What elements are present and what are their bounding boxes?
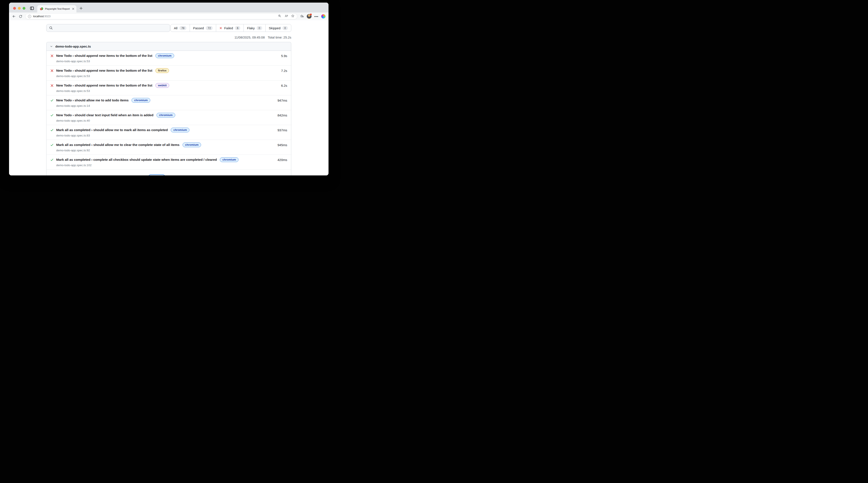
test-row[interactable]: New Todo › should append new items to th… — [46, 66, 291, 80]
test-row[interactable]: New Todo › should allow me to add todo i… — [46, 95, 291, 110]
test-title: New Todo › should append new items to th… — [56, 84, 152, 87]
project-badge: chromium — [183, 142, 201, 147]
close-window-button[interactable] — [13, 7, 16, 10]
file-group-header[interactable]: demo-todo-app.spec.ts — [46, 42, 291, 51]
passed-check-icon — [51, 114, 54, 117]
favorite-star-icon[interactable] — [291, 14, 294, 19]
test-row[interactable]: Mark all as completed › complete all che… — [46, 155, 291, 170]
filter-label: Skipped — [269, 26, 280, 30]
filter-count-badge: 6 — [235, 26, 240, 30]
tab-title: Playwright Test Report — [45, 7, 70, 10]
filter-count-badge: 0 — [282, 26, 288, 30]
filter-tab-flaky[interactable]: Flaky 0 — [244, 24, 266, 32]
passed-check-icon — [51, 143, 54, 147]
zoom-window-button[interactable] — [23, 7, 25, 10]
site-info-icon[interactable]: i — [28, 15, 31, 18]
filter-count-badge: 72 — [206, 26, 213, 30]
test-title: New Todo › should append new items to th… — [56, 54, 152, 58]
test-duration: 420ms — [278, 158, 287, 162]
test-file-card: demo-todo-app.spec.ts New Todo › should … — [46, 42, 291, 175]
filter-tab-passed[interactable]: Passed 72 — [190, 24, 216, 32]
partial-next-test-row[interactable] — [46, 170, 291, 175]
failed-x-icon — [51, 54, 54, 58]
browser-toolbar: i localhost:9323 ••• — [9, 12, 329, 20]
window-controls — [13, 7, 25, 10]
read-aloud-icon[interactable] — [284, 14, 288, 19]
test-location[interactable]: demo-todo-app.spec.ts:83 — [56, 134, 287, 137]
test-location[interactable]: demo-todo-app.spec.ts:40 — [56, 119, 287, 122]
test-duration: 842ms — [278, 114, 287, 117]
test-location[interactable]: demo-todo-app.spec.ts:14 — [56, 104, 287, 107]
filter-label: Failed — [224, 26, 233, 30]
browser-tab[interactable]: Playwright Test Report — [37, 5, 76, 12]
back-icon[interactable] — [12, 14, 16, 18]
test-rows: New Todo › should append new items to th… — [46, 51, 291, 170]
test-location[interactable]: demo-todo-app.spec.ts:53 — [56, 74, 287, 78]
tab-close-icon[interactable] — [72, 8, 74, 10]
chevron-down-icon[interactable] — [50, 45, 53, 48]
filter-label: All — [174, 26, 178, 30]
test-title: Mark all as completed › should allow me … — [56, 128, 168, 132]
filter-tabs: All 78 Passed 72 Failed 6 Flaky 0 Skippe… — [170, 24, 291, 32]
project-badge: chromium — [171, 128, 189, 132]
passed-check-icon — [51, 99, 54, 102]
url-text[interactable]: localhost:9323 — [33, 15, 276, 18]
settings-menu-icon[interactable]: ••• — [314, 14, 318, 18]
run-meta: 11/08/2025, 09:45:08Total time: 25.2s — [46, 35, 291, 39]
project-badge: chromium — [131, 98, 150, 103]
project-badge: chromium — [155, 53, 174, 58]
playwright-favicon — [40, 7, 43, 10]
profile-avatar[interactable] — [307, 14, 311, 19]
search-icon — [49, 26, 53, 30]
filter-tab-failed[interactable]: Failed 6 — [216, 24, 244, 32]
copilot-icon[interactable] — [321, 14, 326, 19]
filter-count-badge: 0 — [257, 26, 262, 30]
test-duration: 937ms — [278, 128, 287, 132]
test-title: New Todo › should allow me to add todo i… — [56, 98, 128, 102]
new-tab-button[interactable] — [80, 7, 83, 10]
test-row[interactable]: New Todo › should append new items to th… — [46, 51, 291, 66]
project-badge-partial — [148, 174, 165, 175]
collections-icon[interactable] — [300, 14, 304, 18]
test-duration: 6.2s — [281, 84, 287, 87]
test-location[interactable]: demo-todo-app.spec.ts:92 — [56, 149, 287, 152]
test-title: Mark all as completed › should allow me … — [56, 143, 180, 147]
project-badge: firefox — [155, 68, 169, 73]
search-box — [46, 24, 170, 32]
test-location[interactable]: demo-todo-app.spec.ts:53 — [56, 89, 287, 93]
test-duration: 5.9s — [281, 54, 287, 58]
test-title: New Todo › should append new items to th… — [56, 69, 152, 72]
test-location[interactable]: demo-todo-app.spec.ts:102 — [56, 164, 287, 167]
failed-x-icon — [51, 69, 54, 72]
test-title: Mark all as completed › complete all che… — [56, 158, 217, 162]
filter-count-badge: 78 — [179, 26, 186, 30]
passed-check-icon — [51, 129, 54, 132]
test-row[interactable]: New Todo › should clear text input field… — [46, 110, 291, 125]
filter-label: Passed — [193, 26, 204, 30]
filter-tab-all[interactable]: All 78 — [170, 24, 190, 32]
project-badge: chromium — [156, 113, 175, 118]
search-input[interactable] — [46, 24, 170, 32]
test-location[interactable]: demo-todo-app.spec.ts:53 — [56, 60, 287, 63]
refresh-icon[interactable] — [19, 14, 22, 18]
test-title: New Todo › should clear text input field… — [56, 113, 154, 117]
minimize-window-button[interactable] — [18, 7, 21, 10]
test-duration: 947ms — [278, 99, 287, 102]
test-row[interactable]: New Todo › should append new items to th… — [46, 80, 291, 95]
project-badge: chromium — [220, 157, 239, 162]
test-row[interactable]: Mark all as completed › should allow me … — [46, 140, 291, 155]
tab-strip: Playwright Test Report — [9, 3, 329, 12]
report-page: All 78 Passed 72 Failed 6 Flaky 0 Skippe… — [9, 20, 329, 175]
tab-panel-icon[interactable] — [30, 7, 34, 10]
project-badge: webkit — [155, 83, 169, 88]
browser-window: Playwright Test Report i localhost:9323 — [9, 3, 329, 175]
test-row[interactable]: Mark all as completed › should allow me … — [46, 125, 291, 140]
filter-tab-skipped[interactable]: Skipped 0 — [266, 24, 291, 32]
passed-check-icon — [51, 158, 54, 161]
failed-x-icon — [219, 27, 222, 30]
url-bar[interactable]: i localhost:9323 — [25, 13, 297, 20]
run-timestamp: 11/08/2025, 09:45:08 — [235, 35, 265, 39]
zoom-in-icon[interactable] — [278, 14, 281, 19]
total-time: Total time: 25.2s — [268, 35, 291, 39]
file-name: demo-todo-app.spec.ts — [55, 44, 91, 48]
